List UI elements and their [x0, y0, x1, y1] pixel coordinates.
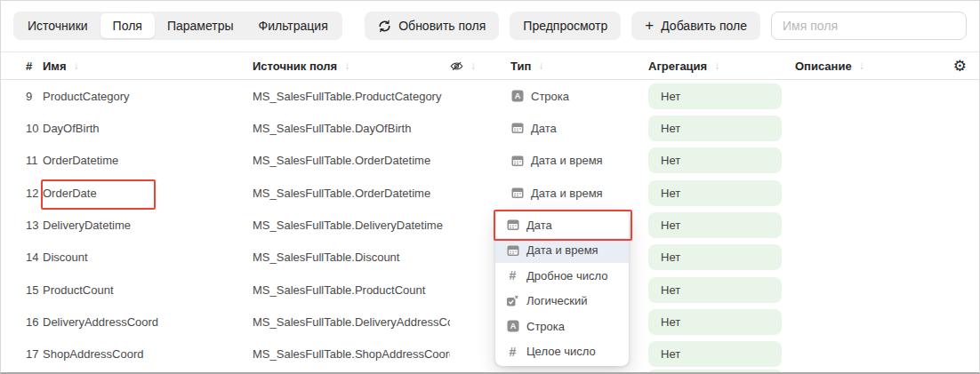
type-select[interactable]: Дата и время [510, 187, 648, 200]
tab-sources[interactable]: Источники [15, 13, 100, 38]
tab-parameters[interactable]: Параметры [155, 13, 246, 38]
table-row: 10 DayOfBirth MS_SalesFullTable.DayOfBir… [1, 112, 979, 144]
calendar-icon [510, 122, 524, 134]
table-row: 14 Discount MS_SalesFullTable.Discount Н… [1, 242, 979, 274]
sort-arrow-icon[interactable]: ↓ [74, 60, 79, 72]
type-dropdown-item-label: Строка [526, 320, 565, 333]
calendar-icon [507, 219, 519, 231]
type-select[interactable]: A Строка [510, 90, 648, 103]
aggregation-select[interactable]: Нет [648, 341, 782, 367]
field-name[interactable]: OrderDatetime [43, 154, 253, 167]
row-number: 17 [1, 347, 43, 361]
type-label: Строка [531, 90, 569, 103]
hash-icon: # [506, 269, 519, 282]
svg-text:A: A [514, 92, 520, 100]
hash-icon: # [507, 346, 519, 358]
row-number: 13 [1, 219, 43, 232]
calendar-icon [511, 187, 524, 199]
calendar-icon [510, 187, 524, 199]
sort-arrow-icon[interactable]: ↓ [538, 60, 543, 72]
row-number: 16 [1, 315, 43, 329]
type-select[interactable]: Дата [510, 122, 648, 135]
field-name[interactable]: DeliveryDatetime [43, 219, 253, 232]
sort-arrow-icon[interactable]: ↓ [714, 60, 719, 72]
type-dropdown-menu: Дата Дата и время # Дробное число [495, 211, 629, 366]
table-row: 15 ProductCount MS_SalesFullTable.Produc… [1, 274, 979, 306]
type-label: Дата [531, 122, 557, 135]
type-dropdown-item-label: Дробное число [526, 269, 607, 282]
aggregation-select[interactable]: Нет [648, 277, 782, 303]
tab-fields[interactable]: Поля [100, 13, 155, 38]
type-label: Дата и время [531, 154, 603, 167]
aggregation-cell: Нет [648, 341, 795, 367]
section-tabs: Источники Поля Параметры Фильтрация [13, 12, 342, 40]
type-dropdown-item[interactable]: # Целое число [495, 339, 629, 365]
header-source[interactable]: Источник поля ↓ [253, 60, 450, 73]
table-row: 16 DeliveryAddressCoord MS_SalesFullTabl… [1, 306, 979, 338]
sort-arrow-icon[interactable]: ↓ [344, 60, 349, 72]
field-name[interactable]: ProductCount [43, 283, 253, 297]
eye-off-icon[interactable] [450, 60, 463, 73]
row-number: 9 [1, 90, 43, 103]
field-source: MS_SalesFullTable.ProductCount [253, 283, 450, 297]
boolean-icon [506, 294, 519, 307]
header-description[interactable]: Описание ↓ [795, 60, 944, 73]
field-name[interactable]: DeliveryAddressCoord [43, 315, 253, 329]
row-number: 12 [1, 187, 43, 200]
calendar-icon [507, 244, 519, 257]
table-row: 12 OrderDate MS_SalesFullTable.OrderDate… [1, 177, 979, 209]
tab-filtering[interactable]: Фильтрация [246, 13, 341, 38]
header-type[interactable]: Тип ↓ [510, 60, 648, 73]
calendar-icon [510, 155, 524, 167]
header-description-label: Описание [795, 60, 852, 73]
field-source: MS_SalesFullTable.Discount [253, 251, 450, 264]
type-dropdown-item[interactable]: A Строка [495, 314, 629, 339]
field-name[interactable]: OrderDate [43, 187, 253, 200]
toolbar-actions: Обновить поля Предпросмотр + Добавить по… [365, 12, 967, 40]
preview-label: Предпросмотр [523, 19, 607, 33]
field-name[interactable]: Discount [43, 251, 253, 264]
aggregation-select[interactable]: Нет [648, 115, 782, 141]
sort-arrow-icon[interactable]: ↓ [470, 60, 476, 72]
type-select[interactable]: Дата и время [510, 154, 648, 167]
aggregation-select[interactable]: Нет [648, 244, 782, 270]
type-dropdown-item[interactable]: # Дробное число [495, 263, 629, 289]
table-row: 13 DeliveryDatetime MS_SalesFullTable.De… [1, 209, 979, 241]
type-dropdown-item[interactable]: Дата [495, 212, 629, 238]
type-dropdown-item[interactable]: Логический [495, 289, 629, 314]
string-icon: A [510, 90, 524, 102]
header-name[interactable]: Имя ↓ [43, 60, 253, 73]
next-row-badge-partial [648, 370, 782, 374]
header-aggregation[interactable]: Агрегация ↓ [648, 60, 795, 73]
table-body: 9 ProductCategory MS_SalesFullTable.Prod… [1, 80, 979, 372]
row-number: 15 [1, 283, 43, 297]
field-name[interactable]: ShopAddressCoord [43, 347, 253, 361]
add-field-button[interactable]: + Добавить поле [631, 12, 760, 40]
field-name[interactable]: ProductCategory [43, 90, 253, 103]
aggregation-cell: Нет [648, 180, 795, 206]
aggregation-select[interactable]: Нет [648, 180, 782, 206]
field-source: MS_SalesFullTable.OrderDatetime [253, 154, 450, 167]
aggregation-select[interactable]: Нет [648, 147, 782, 173]
dataset-fields-screen: Источники Поля Параметры Фильтрация Обно… [0, 0, 980, 374]
field-name[interactable]: DayOfBirth [43, 122, 253, 135]
calendar-icon [506, 244, 519, 257]
type-dropdown-item[interactable]: Дата и время [495, 238, 629, 264]
refresh-fields-label: Обновить поля [398, 19, 486, 33]
aggregation-select[interactable]: Нет [648, 212, 782, 238]
field-name-search-input[interactable] [771, 12, 967, 40]
hash-icon: # [506, 346, 519, 358]
field-source: MS_SalesFullTable.ProductCategory [253, 90, 450, 103]
aggregation-cell: Нет [648, 115, 795, 141]
header-visibility[interactable]: ↓ [450, 60, 510, 73]
field-source: MS_SalesFullTable.OrderDatetime [253, 187, 450, 200]
field-source: MS_SalesFullTable.DayOfBirth [253, 122, 450, 135]
refresh-fields-button[interactable]: Обновить поля [365, 12, 499, 40]
table-header: # Имя ↓ Источник поля ↓ ↓ Тип ↓ Агрегаци… [1, 52, 979, 80]
sort-arrow-icon[interactable]: ↓ [859, 60, 864, 72]
aggregation-select[interactable]: Нет [648, 84, 782, 109]
preview-button[interactable]: Предпросмотр [510, 12, 621, 40]
toolbar: Источники Поля Параметры Фильтрация Обно… [13, 12, 967, 40]
table-settings-button[interactable]: ⚙ [953, 59, 979, 74]
aggregation-select[interactable]: Нет [648, 309, 782, 335]
